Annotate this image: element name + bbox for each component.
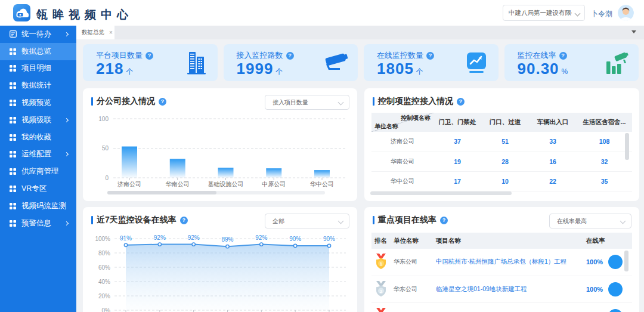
control-cell-value[interactable]: 17: [434, 171, 481, 191]
key-project-link[interactable]: 中国杭州市·杭州恒隆广场总承包（标段1）工程: [436, 258, 566, 265]
control-cell-value[interactable]: 37: [434, 132, 481, 152]
sidebar-item-video-cascade[interactable]: 视频级联: [0, 112, 76, 129]
svg-text:中原公司: 中原公司: [262, 181, 286, 187]
user-avatar[interactable]: [618, 5, 634, 21]
key-projects-sort-select[interactable]: 在线率最高: [549, 214, 631, 228]
grid-icon: [10, 48, 17, 55]
stat-card-value: 218: [96, 60, 123, 78]
sidebar-item-label: 视频级联: [21, 115, 65, 125]
rank-medal-icon: 1: [374, 263, 388, 270]
cctv-camera-icon: [322, 50, 349, 76]
stat-cards-row: 平台项目数量?218个接入监控路数?1999个在线监控数量?1805个监控在线率…: [83, 44, 639, 81]
control-cell-value[interactable]: 108: [577, 132, 632, 152]
sidebar-item-project-detail[interactable]: 项目明细: [0, 60, 76, 78]
svg-text:89%: 89%: [221, 236, 233, 243]
key-projects-row: 2华东公司临港星空之境01-09地块新建工程100%: [371, 276, 632, 302]
control-row-unit: 华南公司: [371, 152, 434, 171]
control-row-unit: 济南公司: [371, 132, 434, 152]
control-cell-value[interactable]: 16: [529, 152, 577, 171]
svg-text:90%: 90%: [323, 236, 335, 242]
svg-text:20%: 20%: [98, 293, 110, 299]
control-cell-value[interactable]: 10: [481, 171, 529, 191]
panel-title: 重点项目在线率: [378, 215, 436, 225]
sidebar-item-label: 供应商管理: [21, 166, 69, 177]
rate-donut: [608, 255, 623, 269]
stat-card-unit: %: [562, 67, 568, 76]
sidebar-item-vr-zone[interactable]: VR专区: [0, 180, 76, 197]
rank-medal-icon: 2: [374, 291, 388, 298]
tab-close-icon[interactable]: ×: [109, 30, 113, 36]
panel-title: 近7天监控设备在线率: [97, 215, 177, 225]
help-icon[interactable]: ?: [426, 52, 434, 60]
chevron-right-icon: [64, 221, 69, 225]
rate-donut: [608, 282, 623, 296]
help-icon[interactable]: ?: [159, 98, 166, 106]
monitor-chart-icon: [463, 50, 490, 76]
sidebar-item-supplier-mgmt[interactable]: 供应商管理: [0, 163, 76, 180]
chevron-right-icon: [64, 32, 69, 36]
control-cell-value[interactable]: 33: [529, 132, 577, 152]
key-project-unit: 济南公司: [392, 302, 434, 312]
tab-data-overview[interactable]: 数据总览 ×: [76, 26, 114, 39]
sidebar-item-data-statistics[interactable]: 数据统计: [0, 77, 76, 94]
chevron-right-icon: [64, 152, 69, 156]
control-table-vscrollbar[interactable]: [625, 133, 629, 160]
control-table-column-header: 生活区含宿舍...: [577, 113, 632, 132]
sidebar-item-label: 项目明细: [21, 63, 69, 73]
sidebar-item-todo[interactable]: 统一待办: [0, 26, 76, 43]
sidebar-item-my-favorites[interactable]: 我的收藏: [0, 129, 76, 146]
app-title: 瓴眸视频中心: [36, 7, 133, 23]
svg-text:92%: 92%: [255, 234, 267, 241]
control-cell-value[interactable]: 22: [529, 171, 577, 191]
key-projects-vscrollbar[interactable]: [624, 251, 628, 271]
key-projects-column-header: 单位名称: [392, 233, 434, 249]
control-cell-value[interactable]: 19: [434, 152, 481, 171]
help-icon[interactable]: ?: [286, 52, 294, 60]
help-icon[interactable]: ?: [559, 52, 567, 60]
title-marker: [373, 216, 374, 224]
help-icon[interactable]: ?: [440, 217, 448, 224]
sidebar-item-label: 统一待办: [21, 29, 65, 39]
control-table-hscrollbar[interactable]: [370, 191, 512, 195]
control-row-unit: 华中公司: [371, 171, 434, 191]
sidebar-item-alert-info[interactable]: 预警信息: [0, 215, 76, 232]
grid-icon: [10, 82, 17, 89]
grid-icon: [10, 202, 17, 209]
sidebar-item-ops-config[interactable]: 运维配置: [0, 146, 76, 163]
grid-icon: [10, 134, 17, 141]
todo-board-icon: [10, 30, 17, 38]
control-cell-value[interactable]: 28: [481, 152, 529, 171]
rate-donut: [608, 309, 623, 312]
online-filter-select[interactable]: 全部: [265, 214, 349, 228]
control-cell-value[interactable]: 32: [577, 152, 632, 171]
key-projects-column-header: 在线率: [584, 233, 632, 249]
control-cell-value[interactable]: 51: [481, 132, 529, 152]
top-header: 瓴眸视频中心 中建八局第一建设有限公... 卜令潮: [0, 0, 644, 26]
help-icon[interactable]: ?: [145, 52, 153, 60]
tab-label: 数据总览: [82, 29, 104, 36]
grid-icon: [10, 220, 17, 227]
panel-title: 分公司接入情况: [97, 96, 155, 107]
username[interactable]: 卜令潮: [591, 9, 612, 19]
sidebar-item-label: 视频预览: [21, 98, 69, 108]
bar-chart-hscrollbar[interactable]: [107, 191, 325, 194]
key-project-link[interactable]: 临港星空之境01-09地块新建工程: [436, 285, 527, 292]
tabbar-dropdown-icon[interactable]: [631, 30, 636, 33]
key-projects-column-header: 项目名称: [434, 233, 584, 249]
sidebar-item-video-stream-monitor[interactable]: 视频码流监测: [0, 197, 76, 215]
stat-card-online-monitors: 在线监控数量?1805个: [364, 44, 499, 81]
control-table-corner: 控制项名称单位名称: [371, 113, 434, 132]
key-projects-column-header: 排名: [371, 233, 392, 249]
svg-text:济南公司: 济南公司: [117, 181, 141, 187]
sidebar-item-data-overview[interactable]: 数据总览: [0, 43, 76, 60]
grid-icon: [10, 116, 17, 123]
control-table-column-header: 车辆出入口: [529, 113, 577, 132]
svg-text:1: 1: [380, 261, 383, 267]
sidebar-item-video-preview[interactable]: 视频预览: [0, 94, 76, 112]
branch-metric-select[interactable]: 接入项目数量: [265, 95, 349, 110]
company-select[interactable]: 中建八局第一建设有限公...: [503, 5, 585, 21]
control-cell-value[interactable]: 35: [577, 171, 632, 191]
help-icon[interactable]: ?: [180, 217, 188, 224]
sidebar-nav: 统一待办数据总览项目明细数据统计视频预览视频级联我的收藏运维配置供应商管理VR专…: [0, 26, 76, 312]
help-icon[interactable]: ?: [457, 98, 465, 106]
